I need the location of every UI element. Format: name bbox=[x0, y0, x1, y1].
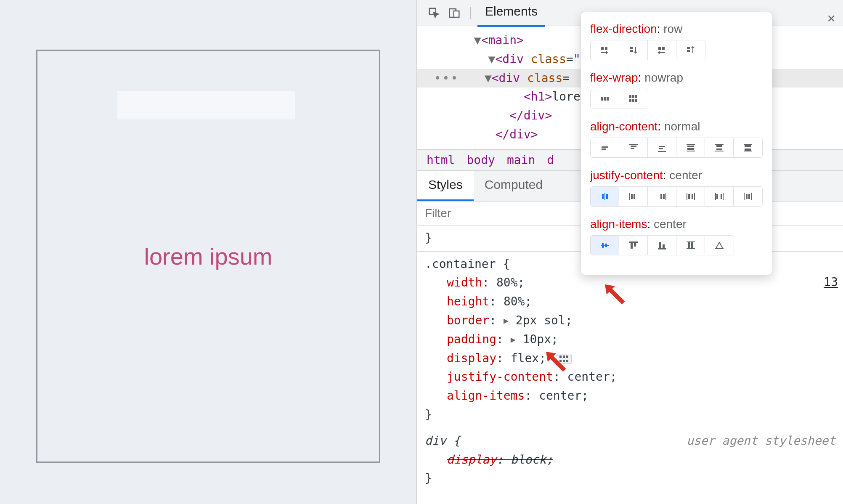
popover-section-flex-wrap: flex-wrap: nowrap bbox=[590, 71, 763, 109]
svg-rect-48 bbox=[606, 194, 608, 199]
align-items-option-4[interactable] bbox=[705, 236, 734, 255]
popover-section-justify-content: justify-content: center bbox=[590, 169, 763, 207]
tab-elements[interactable]: Elements bbox=[477, 0, 545, 27]
svg-rect-80 bbox=[715, 248, 724, 249]
icon-row bbox=[590, 40, 705, 60]
arrow-annotation bbox=[543, 349, 569, 374]
svg-rect-66 bbox=[748, 194, 750, 199]
svg-rect-27 bbox=[602, 149, 606, 150]
svg-rect-41 bbox=[715, 151, 724, 151]
preview-heading: lorem ipsum bbox=[144, 243, 273, 270]
svg-rect-37 bbox=[687, 151, 695, 151]
inspect-icon[interactable] bbox=[425, 5, 443, 21]
svg-rect-56 bbox=[694, 193, 695, 200]
svg-rect-35 bbox=[687, 146, 694, 147]
align-items-option-0[interactable] bbox=[591, 236, 619, 255]
justify-content-option-0[interactable] bbox=[591, 187, 619, 206]
svg-rect-34 bbox=[687, 144, 695, 145]
svg-rect-11 bbox=[630, 47, 633, 49]
align-content-option-4[interactable] bbox=[705, 138, 734, 157]
css-declaration[interactable]: padding: ▶ 10px; bbox=[425, 330, 835, 349]
toolbar-separator bbox=[470, 7, 471, 19]
svg-rect-31 bbox=[659, 146, 665, 147]
svg-rect-49 bbox=[629, 193, 630, 200]
device-toggle-icon[interactable] bbox=[445, 5, 464, 21]
svg-rect-21 bbox=[632, 95, 634, 98]
svg-rect-69 bbox=[605, 244, 607, 247]
svg-rect-38 bbox=[715, 144, 724, 145]
svg-rect-54 bbox=[663, 194, 665, 199]
breadcrumb-item[interactable]: html bbox=[427, 153, 455, 167]
css-declaration[interactable]: height: 80%; bbox=[425, 292, 835, 311]
justify-content-option-4[interactable] bbox=[705, 187, 734, 206]
breadcrumb-item[interactable]: body bbox=[467, 153, 495, 167]
svg-rect-39 bbox=[716, 145, 722, 147]
svg-rect-22 bbox=[635, 95, 637, 98]
css-declaration[interactable]: border: ▶ 2px sol; bbox=[425, 311, 835, 330]
tab-computed[interactable]: Computed bbox=[474, 171, 554, 201]
svg-rect-62 bbox=[721, 194, 722, 199]
justify-content-option-3[interactable] bbox=[676, 187, 705, 206]
breadcrumb-item[interactable]: d bbox=[547, 153, 554, 167]
svg-rect-2 bbox=[454, 11, 459, 17]
align-content-option-1[interactable] bbox=[619, 138, 648, 157]
rule-brace: } bbox=[425, 469, 835, 488]
svg-rect-58 bbox=[692, 194, 693, 199]
popover-label: justify-content: center bbox=[590, 169, 763, 182]
icon-row bbox=[590, 235, 734, 255]
svg-rect-17 bbox=[601, 97, 603, 101]
popover-section-align-items: align-items: center bbox=[590, 218, 763, 255]
flex-direction-option-3[interactable] bbox=[676, 40, 705, 60]
flex-direction-option-1[interactable] bbox=[619, 40, 648, 60]
css-declaration[interactable]: align-items: center; bbox=[425, 387, 835, 406]
flex-wrap-option-1[interactable] bbox=[619, 89, 648, 109]
flex-wrap-option-0[interactable] bbox=[591, 89, 619, 109]
svg-rect-47 bbox=[602, 194, 604, 199]
justify-content-option-2[interactable] bbox=[648, 187, 676, 206]
align-content-option-3[interactable] bbox=[676, 138, 705, 157]
svg-rect-55 bbox=[687, 193, 687, 200]
svg-rect-61 bbox=[716, 194, 718, 199]
svg-rect-23 bbox=[629, 99, 631, 102]
svg-rect-74 bbox=[663, 244, 665, 248]
svg-rect-60 bbox=[723, 193, 724, 200]
svg-rect-13 bbox=[658, 47, 661, 50]
align-items-option-3[interactable] bbox=[676, 236, 705, 255]
svg-rect-44 bbox=[745, 149, 751, 151]
svg-rect-32 bbox=[659, 148, 663, 149]
rule-block-div[interactable]: user agent stylesheet div { display: blo… bbox=[425, 432, 835, 488]
align-content-option-0[interactable] bbox=[591, 138, 619, 157]
popover-section-flex-direction: flex-direction: row bbox=[590, 22, 763, 60]
flex-popover: flex-direction: rowflex-wrap: nowrapalig… bbox=[581, 12, 772, 275]
svg-rect-70 bbox=[629, 241, 638, 243]
flex-direction-option-2[interactable] bbox=[648, 40, 676, 60]
ua-stylesheet-note: user agent stylesheet bbox=[687, 432, 835, 451]
svg-rect-59 bbox=[715, 193, 716, 200]
justify-content-option-1[interactable] bbox=[619, 187, 648, 206]
css-declaration[interactable]: width: 80%; bbox=[425, 273, 835, 292]
align-items-option-2[interactable] bbox=[648, 236, 676, 255]
css-declaration[interactable]: justify-content: center; bbox=[425, 368, 835, 387]
close-icon[interactable]: × bbox=[827, 10, 835, 27]
tab-styles[interactable]: Styles bbox=[417, 171, 474, 201]
flex-direction-option-0[interactable] bbox=[591, 40, 619, 60]
svg-rect-52 bbox=[665, 193, 666, 200]
justify-content-option-5[interactable] bbox=[734, 187, 762, 206]
breadcrumb-item[interactable]: main bbox=[507, 153, 535, 167]
rule-block-container[interactable]: .container { width: 80%;height: 80%;bord… bbox=[425, 255, 835, 424]
source-link[interactable]: 13 bbox=[824, 275, 838, 289]
css-declaration[interactable]: display: block; bbox=[425, 451, 835, 470]
align-content-option-2[interactable] bbox=[648, 138, 676, 157]
svg-rect-12 bbox=[630, 50, 633, 52]
align-content-option-5[interactable] bbox=[734, 138, 762, 157]
svg-rect-53 bbox=[660, 194, 662, 199]
svg-rect-28 bbox=[629, 144, 638, 145]
svg-rect-42 bbox=[744, 144, 752, 145]
align-items-option-1[interactable] bbox=[619, 236, 648, 255]
popover-section-align-content: align-content: normal bbox=[590, 120, 763, 158]
svg-rect-57 bbox=[688, 194, 690, 199]
css-declaration[interactable]: display: flex; bbox=[425, 349, 835, 368]
svg-rect-78 bbox=[691, 242, 693, 248]
popover-label: flex-direction: row bbox=[590, 22, 763, 36]
devtools-pane: Elements × ▼<main> ▼<div class=" ••• ▼<d… bbox=[416, 0, 843, 504]
